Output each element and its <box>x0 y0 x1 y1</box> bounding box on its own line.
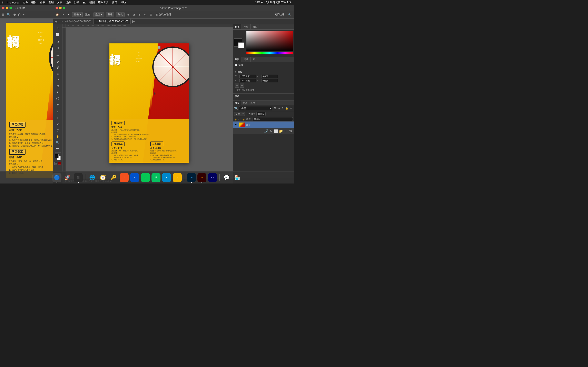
tab-close-1[interactable]: ✕ <box>61 20 63 22</box>
settings-icon[interactable]: ⚙ <box>143 13 147 17</box>
dock-telegram[interactable]: ✈ <box>162 173 171 182</box>
shape-dropdown[interactable]: 形状 <box>116 12 125 17</box>
filter-icon-3[interactable]: T <box>281 107 284 110</box>
checkbox-icon[interactable]: ☑ <box>149 13 153 17</box>
filter-icon-2[interactable]: ⚙ <box>277 107 281 110</box>
close-button-left[interactable] <box>2 7 4 9</box>
crop-tool[interactable]: ⊞ <box>54 45 61 51</box>
menu-image[interactable]: 图像 <box>40 1 45 4</box>
close-button-main[interactable] <box>56 7 58 9</box>
pattern-tab[interactable]: 图案 <box>251 24 259 29</box>
dock-appstore[interactable]: 🏪 <box>233 173 242 182</box>
layers-tab[interactable]: 图层 <box>233 100 241 105</box>
transform-icon[interactable]: ⊕ <box>138 13 141 17</box>
fill-input[interactable] <box>252 117 293 121</box>
tab-close-2[interactable]: ✕ <box>96 20 98 22</box>
search-icon-left[interactable]: 🔍 <box>7 13 11 17</box>
dock-1password[interactable]: 🔑 <box>109 173 118 182</box>
brush-tool[interactable]: 🖌 <box>54 65 61 71</box>
dock-ae[interactable]: Ae <box>208 173 217 182</box>
history-tool[interactable]: ↩ <box>54 77 61 83</box>
select-dropdown[interactable]: 选区 ▾ <box>94 12 104 17</box>
mask-dropdown[interactable]: 蒙版 <box>106 12 114 17</box>
zoom-icon[interactable]: ⊕ <box>13 13 16 17</box>
height-input[interactable] <box>240 79 256 82</box>
layer-visibility-background[interactable]: 👁 <box>234 123 237 126</box>
x-input[interactable] <box>261 75 278 78</box>
dock-finder[interactable]: 🔵 <box>52 173 61 182</box>
layer-item-background[interactable]: 👁 背景 <box>233 122 294 128</box>
width-input[interactable] <box>240 75 256 78</box>
filter-icon-1[interactable]: 🖼 <box>273 107 277 110</box>
panel-collapse-left[interactable]: ◀ <box>53 18 59 24</box>
share-icon[interactable]: ⎙ <box>18 13 20 17</box>
zoom-tool-sidebar[interactable]: 🔍 <box>54 140 61 145</box>
align-icon[interactable]: ⊟ <box>132 13 136 17</box>
menu-select[interactable]: 选择 <box>66 1 71 4</box>
foreground-color-swatch[interactable] <box>55 154 59 158</box>
menu-layer[interactable]: 图层 <box>48 1 54 4</box>
opacity-input[interactable] <box>256 112 266 116</box>
quick-mask-mode[interactable]: ◫ <box>58 162 61 165</box>
paths-tab[interactable]: 路径 <box>249 100 257 105</box>
menu-file[interactable]: 文件 <box>23 1 28 4</box>
pen-options-expand[interactable]: ▾ <box>67 13 70 17</box>
dodge-tool[interactable]: ☻ <box>54 101 61 107</box>
fullscreen-button-main[interactable] <box>63 7 65 9</box>
dock-terminal[interactable]: ⬛ <box>74 173 83 182</box>
filter-icon-4[interactable]: 🔒 <box>285 107 289 110</box>
more-icon[interactable]: » <box>23 13 25 17</box>
dock-launchpad[interactable]: 🚀 <box>63 173 72 182</box>
canvas-icon-2[interactable]: ⊞ <box>240 83 244 88</box>
lasso-tool[interactable]: ⊙ <box>54 39 61 45</box>
dock-line[interactable]: L <box>141 173 150 182</box>
apple-logo[interactable]:  <box>2 1 3 4</box>
color-spectrum-bar[interactable] <box>246 52 293 54</box>
minimize-button-left[interactable] <box>6 7 8 9</box>
hand-tool[interactable]: ✋ <box>54 133 61 139</box>
blur-tool[interactable]: ◯ <box>54 95 61 101</box>
main-traffic-lights[interactable] <box>56 7 65 9</box>
canvas-icon-1[interactable]: ⊟ <box>234 83 239 88</box>
blend-mode-select[interactable]: 正常 <box>234 112 245 116</box>
properties-tab[interactable]: 属性 <box>233 57 242 62</box>
color-swatches[interactable] <box>55 154 61 160</box>
menu-filter[interactable]: 滤镜 <box>74 1 79 4</box>
menu-view[interactable]: 视图 <box>89 1 95 4</box>
eyedropper-tool[interactable]: ✏ <box>54 53 61 58</box>
move-tool[interactable]: ✛ <box>54 25 61 31</box>
dock-sourcetree[interactable]: ⌥ <box>130 173 139 182</box>
sidebar-icon[interactable]: ⊞ <box>2 13 4 17</box>
color-picker-gradient[interactable] <box>246 31 293 51</box>
add-style-btn[interactable]: fx <box>269 129 273 133</box>
gradient-tool[interactable]: ■ <box>54 89 61 95</box>
delete-layer-btn[interactable]: 🗑 <box>289 129 293 133</box>
dock-git[interactable]: ⎇ <box>120 173 129 182</box>
path-select-tool[interactable]: ↗ <box>54 121 61 127</box>
minimize-button-main[interactable] <box>59 7 62 9</box>
search-icon-main[interactable]: 🔍 <box>287 13 292 17</box>
background-color-main[interactable] <box>238 42 244 48</box>
dock-imessage[interactable]: 💬 <box>222 173 231 182</box>
channels-tab[interactable]: 通道 <box>241 100 249 105</box>
marquee-tool[interactable]: ⬜ <box>54 31 61 37</box>
menu-plugins[interactable]: 增效工具 <box>98 1 109 4</box>
dock-ai[interactable]: Ai <box>198 173 207 182</box>
dock-wechat[interactable]: 微 <box>151 173 160 182</box>
new-layer-btn[interactable]: + <box>284 129 288 133</box>
canvas-section-title[interactable]: ▼ 画布 <box>234 70 292 73</box>
menu-3d[interactable]: 3D <box>83 1 86 4</box>
menu-photoshop[interactable]: Photoshop <box>7 1 19 4</box>
shape-tool[interactable]: ⬡ <box>54 127 61 133</box>
path-dropdown[interactable]: 路径 ▾ <box>72 12 83 17</box>
menu-window[interactable]: 窗口 <box>112 1 117 4</box>
add-mask-btn[interactable]: ⬜ <box>274 129 278 133</box>
more-tools[interactable]: ••• <box>54 146 61 151</box>
tab-untitled[interactable]: ✕ 未标题-1 @ 66.7%(RGB/8) <box>59 18 94 24</box>
eraser-tool[interactable]: ◻ <box>54 83 61 89</box>
dock-safari[interactable]: 🧭 <box>98 173 107 182</box>
filter-toggle[interactable]: ⊕ <box>290 107 293 110</box>
menu-type[interactable]: 文字 <box>57 1 62 4</box>
text-tool[interactable]: T <box>54 115 61 121</box>
link-layers-btn[interactable]: 🔗 <box>264 129 268 133</box>
